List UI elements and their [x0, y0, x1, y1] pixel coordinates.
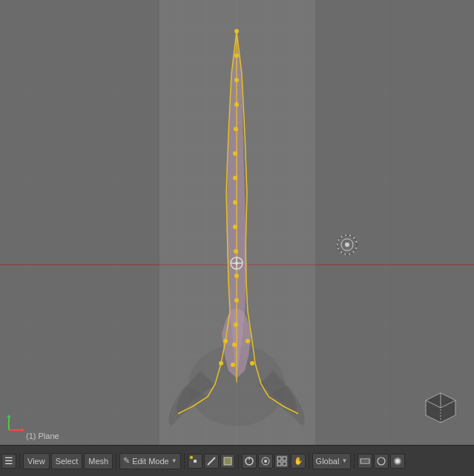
snap-icon[interactable]: [242, 454, 257, 469]
sep-4: [238, 453, 239, 469]
hand-icon[interactable]: ✋: [291, 454, 306, 469]
plane-label: (1) Plane: [26, 432, 59, 440]
svg-point-81: [378, 457, 385, 465]
grid-icon[interactable]: [274, 454, 289, 469]
layers-icon[interactable]: [358, 454, 372, 469]
svg-rect-78: [283, 462, 286, 466]
sep-2: [116, 453, 116, 469]
scene-icon[interactable]: [374, 454, 389, 469]
sep-3: [184, 453, 185, 469]
3d-viewport[interactable]: (1) Plane: [0, 0, 474, 445]
edge-select-icon[interactable]: [204, 454, 219, 469]
transform-arrow: ▼: [341, 457, 347, 464]
svg-point-74: [264, 460, 267, 463]
mode-dropdown-arrow: ▼: [171, 457, 177, 464]
center-band: [159, 0, 315, 445]
bottom-toolbar: ☰ View Select Mesh ✎ Edit Mode ▼ ✋ Globa…: [0, 445, 474, 476]
transform-label: Global: [316, 457, 340, 466]
svg-point-68: [190, 456, 193, 459]
proportional-icon[interactable]: [258, 454, 273, 469]
svg-line-69: [208, 457, 215, 465]
svg-rect-77: [277, 462, 281, 466]
sep-1: [19, 453, 20, 469]
render-icon[interactable]: [390, 454, 405, 469]
sep-5: [309, 453, 309, 469]
mode-icon: ✎: [123, 456, 130, 466]
vertex-select-icon[interactable]: [188, 454, 203, 469]
mode-dropdown[interactable]: ✎ Edit Mode ▼: [119, 453, 180, 469]
viewport-cube[interactable]: [422, 389, 459, 426]
svg-rect-76: [283, 457, 286, 460]
sep-6: [354, 453, 355, 469]
menu-icon[interactable]: ☰: [1, 454, 16, 469]
svg-point-83: [395, 459, 400, 463]
mesh-menu[interactable]: Mesh: [84, 453, 113, 469]
transform-orientation[interactable]: Global ▼: [312, 453, 352, 469]
svg-rect-70: [224, 457, 231, 465]
select-menu[interactable]: Select: [51, 453, 83, 469]
mode-label: Edit Mode: [132, 457, 169, 466]
view-menu[interactable]: View: [23, 453, 50, 469]
face-select-icon[interactable]: [220, 454, 235, 469]
svg-rect-75: [277, 457, 281, 460]
svg-rect-67: [194, 460, 197, 463]
